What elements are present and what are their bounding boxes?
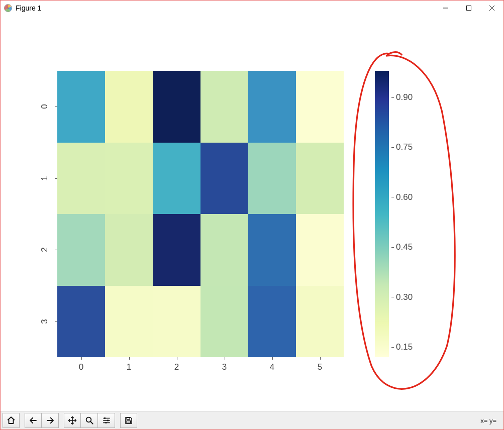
heatmap-cell bbox=[153, 143, 200, 214]
heatmap-cell bbox=[153, 214, 200, 286]
colorbar bbox=[375, 71, 389, 357]
matplotlib-icon bbox=[4, 4, 13, 13]
close-icon bbox=[489, 6, 494, 11]
colorbar-tick-label: 0.90 bbox=[391, 92, 413, 102]
x-tickmarks bbox=[57, 357, 344, 360]
maximize-button[interactable] bbox=[457, 1, 480, 16]
colorbar-tick-label: 0.45 bbox=[391, 242, 413, 252]
svg-rect-2 bbox=[467, 6, 471, 11]
y-tick-label: 2 bbox=[35, 214, 55, 286]
forward-button[interactable] bbox=[42, 413, 59, 428]
svg-rect-4 bbox=[104, 417, 105, 419]
colorbar-tick-label: 0.75 bbox=[391, 142, 413, 152]
toolbar-group-home bbox=[3, 413, 20, 428]
heatmap-cell bbox=[248, 214, 296, 286]
x-tick-label: 3 bbox=[200, 362, 248, 373]
home-icon bbox=[7, 416, 16, 425]
heatmap-cell bbox=[57, 214, 105, 286]
x-ticklabels: 012345 bbox=[57, 362, 344, 373]
x-tick-label: 4 bbox=[248, 362, 296, 373]
heatmap-cell bbox=[248, 143, 296, 214]
heatmap-cell bbox=[153, 286, 200, 358]
heatmap-cell bbox=[296, 286, 344, 358]
minimize-icon bbox=[443, 6, 448, 11]
heatmap-row bbox=[57, 71, 344, 143]
matplotlib-toolbar: x= y= bbox=[1, 411, 503, 429]
heatmap-cell bbox=[200, 214, 248, 286]
x-tick-label: 2 bbox=[153, 362, 200, 373]
heatmap-row bbox=[57, 143, 344, 214]
move-icon bbox=[68, 416, 77, 425]
y-tick-label: 1 bbox=[35, 143, 55, 214]
home-button[interactable] bbox=[3, 413, 20, 428]
toolbar-group-nav bbox=[25, 413, 59, 428]
heatmap-cell bbox=[105, 143, 153, 214]
toolbar-group-save bbox=[120, 413, 137, 428]
colorbar-ticks: 0.150.300.450.600.750.90 bbox=[391, 71, 422, 357]
svg-rect-8 bbox=[127, 421, 131, 423]
heatmap-cell bbox=[57, 143, 105, 214]
y-tick-label: 3 bbox=[35, 286, 55, 358]
coordinate-readout: x= y= bbox=[480, 417, 501, 424]
heatmap-cell bbox=[200, 143, 248, 214]
heatmap-cell bbox=[105, 286, 153, 358]
heatmap-cell bbox=[105, 214, 153, 286]
heatmap-cell bbox=[296, 71, 344, 143]
titlebar: Figure 1 bbox=[1, 1, 503, 16]
maximize-icon bbox=[466, 6, 471, 11]
heatmap-row bbox=[57, 286, 344, 358]
heatmap-cell bbox=[296, 214, 344, 286]
heatmap-cell bbox=[248, 286, 296, 358]
arrow-left-icon bbox=[29, 416, 38, 425]
figure-canvas[interactable]: 0123 012345 0.150.300.450.600.750.90 bbox=[1, 16, 503, 411]
svg-rect-6 bbox=[105, 422, 106, 423]
heatmap-cell bbox=[57, 71, 105, 143]
app-window: Figure 1 0123 012345 0.150.300.450.60 bbox=[0, 0, 504, 430]
y-tickmarks bbox=[55, 71, 57, 357]
svg-point-1 bbox=[8, 8, 9, 9]
colorbar-tick-label: 0.30 bbox=[391, 292, 413, 302]
colorbar-tick-label: 0.15 bbox=[391, 342, 413, 352]
x-tick-label: 1 bbox=[105, 362, 153, 373]
heatmap-cell bbox=[200, 71, 248, 143]
y-tick-label: 0 bbox=[35, 71, 55, 143]
pan-button[interactable] bbox=[64, 413, 81, 428]
colorbar-tick-label: 0.60 bbox=[391, 192, 413, 202]
back-button[interactable] bbox=[25, 413, 42, 428]
heatmap-cell bbox=[153, 71, 200, 143]
close-button[interactable] bbox=[480, 1, 503, 16]
window-title: Figure 1 bbox=[16, 4, 41, 12]
minimize-button[interactable] bbox=[434, 1, 457, 16]
arrow-right-icon bbox=[46, 416, 55, 425]
heatmap-row bbox=[57, 214, 344, 286]
colorbar-gradient bbox=[375, 71, 389, 357]
save-button[interactable] bbox=[120, 413, 137, 428]
y-ticklabels: 0123 bbox=[35, 71, 55, 357]
toolbar-group-view bbox=[64, 413, 115, 428]
heatmap-cell bbox=[200, 286, 248, 358]
floppy-disk-icon bbox=[124, 416, 133, 425]
x-tick-label: 0 bbox=[57, 362, 105, 373]
heatmap-axes bbox=[57, 71, 344, 357]
zoom-button[interactable] bbox=[81, 413, 98, 428]
x-tick-label: 5 bbox=[296, 362, 344, 373]
magnifier-icon bbox=[85, 416, 94, 425]
heatmap-cell bbox=[248, 71, 296, 143]
configure-subplots-button[interactable] bbox=[98, 413, 115, 428]
sliders-icon bbox=[102, 416, 111, 425]
heatmap-cell bbox=[105, 71, 153, 143]
svg-rect-5 bbox=[107, 420, 108, 421]
heatmap-cell bbox=[296, 143, 344, 214]
heatmap-cell bbox=[57, 286, 105, 358]
svg-rect-7 bbox=[127, 417, 130, 419]
